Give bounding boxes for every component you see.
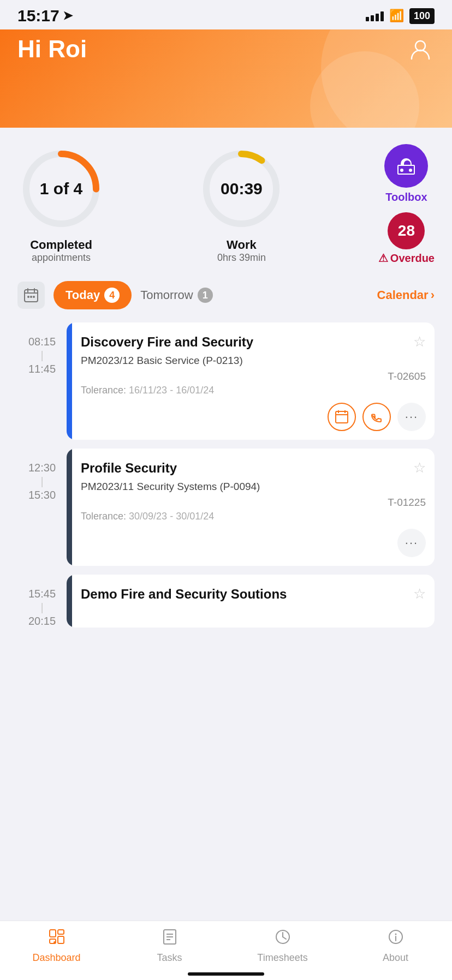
schedule-section: Today 4 Tomorrow 1 Calendar › 08:15 | 11… xyxy=(0,276,452,693)
nav-item-timesheets[interactable]: Timesheets xyxy=(250,929,316,964)
appt-tolerance-2: Tolerance: 30/09/23 - 30/01/24 xyxy=(81,511,426,522)
star-icon-3[interactable]: ☆ xyxy=(413,585,426,602)
status-time: 15:17 ➤ xyxy=(17,7,73,25)
dashboard-label: Dashboard xyxy=(32,952,80,964)
appt-bar-1 xyxy=(67,322,72,440)
nav-item-about[interactable]: About xyxy=(363,929,429,964)
appt-time-2: 12:30 | 15:30 xyxy=(17,449,67,566)
schedule-action-button[interactable] xyxy=(328,403,356,431)
overdue-label: ⚠ Overdue xyxy=(378,252,435,265)
appointment-card-2[interactable]: Profile Security ☆ PM2023/11 Security Sy… xyxy=(67,449,435,566)
appt-desc-2: PM2023/11 Security Systems (P-0094) xyxy=(81,480,426,494)
warning-icon: ⚠ xyxy=(378,252,388,265)
completed-value: 1 of 4 xyxy=(40,180,82,198)
tab-today[interactable]: Today 4 xyxy=(53,281,132,309)
appt-desc-1: PM2023/12 Basic Service (P-0213) xyxy=(81,354,426,368)
table-row: 15:45 | 20:15 Demo Fire and Security Sou… xyxy=(17,575,435,628)
completed-label: Completed appointments xyxy=(30,238,92,264)
svg-rect-18 xyxy=(50,930,56,937)
appt-time-1: 08:15 | 11:45 xyxy=(17,322,67,440)
timesheets-label: Timesheets xyxy=(257,952,307,964)
home-indicator xyxy=(188,972,264,976)
tab-tomorrow[interactable]: Tomorrow 1 xyxy=(140,288,213,303)
more-button-1[interactable]: ··· xyxy=(397,403,426,431)
nav-item-dashboard[interactable]: Dashboard xyxy=(24,929,90,964)
today-badge: 4 xyxy=(104,288,120,303)
nav-item-tasks[interactable]: Tasks xyxy=(137,929,203,964)
appointment-card-1[interactable]: Discovery Fire and Security ☆ PM2023/12 … xyxy=(67,322,435,440)
battery-icon: 100 xyxy=(409,8,435,24)
more-button-2[interactable]: ··· xyxy=(397,529,426,557)
overdue-badge: 28 xyxy=(388,212,425,249)
appt-tolerance-1: Tolerance: 16/11/23 - 16/01/24 xyxy=(81,385,426,396)
appointment-card-3[interactable]: Demo Fire and Security Soutions ☆ xyxy=(67,575,435,628)
svg-point-5 xyxy=(409,169,412,172)
appt-bar-2 xyxy=(67,449,72,566)
appointment-list: 08:15 | 11:45 Discovery Fire and Securit… xyxy=(17,322,435,693)
about-label: About xyxy=(383,952,408,964)
table-row: 08:15 | 11:45 Discovery Fire and Securit… xyxy=(17,322,435,440)
svg-point-22 xyxy=(53,941,56,943)
tasks-icon xyxy=(162,929,178,949)
right-stats: Toolbox 28 ⚠ Overdue xyxy=(378,144,435,265)
svg-point-31 xyxy=(395,934,396,935)
svg-point-12 xyxy=(30,296,32,298)
stats-section: 1 of 4 Completed appointments 00:39 Work… xyxy=(0,128,452,276)
work-stat: 00:39 Work 0hrs 39min xyxy=(198,145,285,264)
profile-button[interactable] xyxy=(406,35,435,63)
svg-rect-14 xyxy=(336,411,348,423)
about-icon xyxy=(388,929,404,949)
svg-point-0 xyxy=(415,41,425,51)
appt-name-2: Profile Security xyxy=(81,459,409,476)
overdue-container[interactable]: 28 ⚠ Overdue xyxy=(378,212,435,265)
wifi-icon: 📶 xyxy=(389,9,404,23)
tomorrow-badge: 1 xyxy=(198,288,213,303)
toolbox-button[interactable]: Toolbox xyxy=(384,144,428,204)
appt-actions-1: ··· xyxy=(81,403,426,431)
svg-rect-19 xyxy=(58,930,64,934)
status-bar: 15:17 ➤ 📶 100 xyxy=(0,0,452,29)
svg-line-29 xyxy=(283,937,286,939)
table-row: 12:30 | 15:30 Profile Security ☆ PM2023/… xyxy=(17,449,435,566)
bottom-nav: Dashboard Tasks Timesheets xyxy=(0,921,452,980)
appt-actions-2: ··· xyxy=(81,529,426,557)
appt-time-3: 15:45 | 20:15 xyxy=(17,575,67,628)
location-arrow-icon: ➤ xyxy=(63,9,73,23)
chevron-right-icon: › xyxy=(431,288,435,302)
work-circle: 00:39 xyxy=(198,145,285,232)
work-value: 00:39 xyxy=(221,180,263,198)
completed-stat: 1 of 4 Completed appointments xyxy=(17,145,105,264)
toolbox-icon xyxy=(384,144,428,188)
calendar-link[interactable]: Calendar › xyxy=(377,288,435,302)
header: Hi Roi xyxy=(0,29,452,128)
svg-point-6 xyxy=(400,169,403,172)
appt-name-3: Demo Fire and Security Soutions xyxy=(81,585,409,602)
calendar-mini-icon[interactable] xyxy=(17,282,45,309)
timesheets-icon xyxy=(275,929,291,949)
work-label: Work 0hrs 39min xyxy=(217,238,266,264)
tasks-label: Tasks xyxy=(157,952,182,964)
appt-name-1: Discovery Fire and Security xyxy=(81,333,409,350)
dashboard-icon xyxy=(49,929,65,949)
header-greeting: Hi Roi xyxy=(17,35,87,63)
star-icon-2[interactable]: ☆ xyxy=(413,459,426,476)
status-icons: 📶 100 xyxy=(366,8,435,24)
completed-circle: 1 of 4 xyxy=(17,145,105,232)
svg-point-13 xyxy=(33,296,35,298)
svg-point-11 xyxy=(27,296,29,298)
svg-rect-20 xyxy=(58,936,64,943)
star-icon-1[interactable]: ☆ xyxy=(413,333,426,350)
toolbox-label: Toolbox xyxy=(385,191,427,204)
signal-icon xyxy=(366,10,384,21)
appt-ticket-1: T-02605 xyxy=(81,371,426,383)
call-action-button[interactable] xyxy=(362,403,391,431)
schedule-tabs: Today 4 Tomorrow 1 Calendar › xyxy=(17,281,435,309)
appt-ticket-2: T-01225 xyxy=(81,497,426,509)
appt-bar-3 xyxy=(67,575,72,628)
